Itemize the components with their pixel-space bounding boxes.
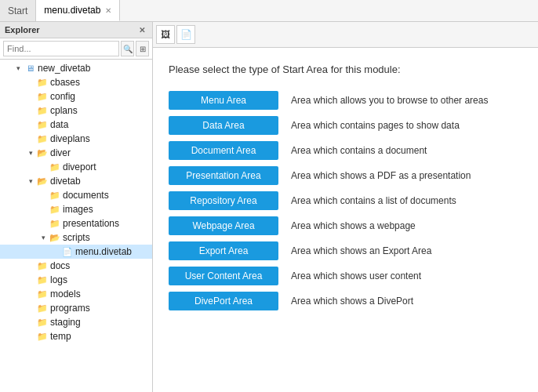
folder-icon-temp: 📁	[36, 330, 49, 343]
folder-icon-diveplans: 📁	[36, 132, 49, 145]
tab-bar: Start menu.divetab ✕	[0, 0, 538, 22]
tree-toggle-diver[interactable]: ▾	[25, 147, 36, 158]
tree-item-scripts[interactable]: ▾ 📂 scripts	[0, 230, 152, 245]
webpage-area-button[interactable]: Webpage Area	[169, 216, 278, 235]
folder-icon-data: 📁	[36, 118, 49, 131]
folder-icon-cbases: 📁	[36, 76, 49, 89]
file-icon-menu-divetab: 📄	[61, 245, 74, 258]
tree-item-divetab[interactable]: ▾ 📂 divetab	[0, 174, 152, 188]
area-row-webpage: Webpage Area Area which shows a webpage	[169, 216, 522, 235]
tree-item-config[interactable]: 📁 config	[0, 89, 152, 103]
diveport-area-desc: Area which shows a DivePort	[291, 296, 413, 307]
tree-item-diveplans[interactable]: 📁 diveplans	[0, 132, 152, 146]
document-area-desc: Area which contains a document	[291, 145, 427, 156]
area-list: Menu Area Area which allows you to brows…	[169, 91, 522, 310]
content-area: 🖼 📄 Please select the type of Start Area…	[153, 22, 538, 392]
export-area-desc: Area which shows an Export Area	[291, 245, 431, 256]
toolbar-icons: 🖼 📄	[156, 25, 195, 44]
repository-area-button[interactable]: Repository Area	[169, 191, 278, 210]
folder-icon-presentations: 📁	[49, 217, 61, 230]
tree-label-diveplans: diveplans	[50, 133, 90, 144]
tree-label-cbases: cbases	[50, 77, 80, 88]
tab-start-label: Start	[8, 5, 27, 16]
search-input[interactable]	[3, 41, 119, 56]
tree-item-cbases[interactable]: 📁 cbases	[0, 75, 152, 89]
export-area-button[interactable]: Export Area	[169, 241, 278, 260]
search-button[interactable]: 🔍	[121, 41, 134, 56]
root-folder-icon: 🖥	[24, 62, 36, 74]
folder-icon-programs: 📁	[36, 302, 49, 314]
tree-item-models[interactable]: 📁 models	[0, 287, 152, 301]
image-toolbar-icon: 🖼	[161, 29, 170, 40]
prompt-text: Please select the type of Start Area for…	[169, 64, 522, 75]
tree-item-docs[interactable]: 📁 docs	[0, 259, 152, 273]
tree-item-root[interactable]: ▾ 🖥 new_divetab	[0, 61, 152, 75]
user-content-area-button[interactable]: User Content Area	[169, 267, 278, 285]
content-toolbar: 🖼 📄	[153, 22, 538, 48]
folder-icon-divetab: 📂	[36, 175, 49, 187]
folder-icon-staging: 📁	[36, 316, 49, 328]
folder-icon-diver: 📂	[36, 147, 49, 159]
area-row-document: Document Area Area which contains a docu…	[169, 141, 522, 160]
presentation-area-desc: Area which shows a PDF as a presentation	[291, 170, 471, 181]
area-row-export: Export Area Area which shows an Export A…	[169, 241, 522, 260]
user-content-area-desc: Area which shows user content	[291, 270, 421, 281]
tree-item-diveport[interactable]: 📁 diveport	[0, 160, 152, 174]
document-area-button[interactable]: Document Area	[169, 141, 278, 160]
tree-item-programs[interactable]: 📁 programs	[0, 301, 152, 315]
tree-label-images: images	[63, 204, 93, 215]
diveport-area-button[interactable]: DivePort Area	[169, 292, 278, 310]
folder-icon-models: 📁	[36, 288, 49, 300]
area-row-user-content: User Content Area Area which shows user …	[169, 267, 522, 285]
main-layout: Explorer ✕ 🔍 ⊞ ▾ 🖥 new_divetab 📁	[0, 22, 538, 392]
tree-label-root: new_divetab	[38, 63, 90, 74]
data-area-desc: Area which contains pages to show data	[291, 120, 460, 131]
tree-label-divetab: divetab	[50, 176, 81, 187]
tree-label-scripts: scripts	[63, 232, 90, 243]
doc-toolbar-icon: 📄	[180, 29, 192, 40]
doc-toolbar-button[interactable]: 📄	[176, 25, 195, 44]
area-row-presentation: Presentation Area Area which shows a PDF…	[169, 166, 522, 185]
tree-label-staging: staging	[50, 317, 81, 328]
tree-item-temp[interactable]: 📁 temp	[0, 329, 152, 343]
tree-label-diveport: diveport	[63, 162, 96, 172]
area-row-data: Data Area Area which contains pages to s…	[169, 116, 522, 135]
tree-label-documents: documents	[63, 190, 109, 201]
tree-item-presentations[interactable]: 📁 presentations	[0, 216, 152, 230]
image-toolbar-button[interactable]: 🖼	[156, 25, 175, 44]
tree-toggle-divetab[interactable]: ▾	[25, 176, 36, 187]
menu-area-button[interactable]: Menu Area	[169, 91, 278, 110]
tree-item-data[interactable]: 📁 data	[0, 118, 152, 132]
search-expand-button[interactable]: ⊞	[136, 41, 149, 56]
tree-item-staging[interactable]: 📁 staging	[0, 315, 152, 329]
repository-area-desc: Area which contains a list of documents	[291, 195, 456, 206]
data-area-button[interactable]: Data Area	[169, 116, 278, 135]
webpage-area-desc: Area which shows a webpage	[291, 220, 416, 231]
tree-toggle-cbases[interactable]	[25, 77, 36, 88]
tree-label-diver: diver	[50, 147, 71, 158]
content-body: Please select the type of Start Area for…	[153, 48, 538, 392]
folder-icon-logs: 📁	[36, 274, 49, 286]
tree-label-data: data	[50, 119, 68, 130]
tree-item-cplans[interactable]: 📁 cplans	[0, 103, 152, 118]
tree-item-menu-divetab-file[interactable]: 📄 menu.divetab	[0, 245, 152, 259]
tree-label-models: models	[50, 289, 81, 299]
tree-toggle-scripts[interactable]: ▾	[38, 232, 49, 243]
tab-menu-divetab-label: menu.divetab	[44, 5, 100, 16]
tree-toggle-root[interactable]: ▾	[13, 63, 24, 74]
tab-start[interactable]: Start	[0, 0, 36, 21]
tree-item-logs[interactable]: 📁 logs	[0, 273, 152, 287]
tree-item-images[interactable]: 📁 images	[0, 202, 152, 216]
tree-item-documents[interactable]: 📁 documents	[0, 188, 152, 202]
tree-label-config: config	[50, 91, 75, 102]
presentation-area-button[interactable]: Presentation Area	[169, 166, 278, 185]
sidebar-header-icons: ✕	[136, 24, 147, 35]
area-row-menu: Menu Area Area which allows you to brows…	[169, 91, 522, 110]
sidebar-close-icon[interactable]: ✕	[136, 24, 147, 35]
tree-label-cplans: cplans	[50, 105, 78, 116]
tab-close-icon[interactable]: ✕	[105, 6, 111, 15]
folder-icon-scripts: 📂	[49, 231, 61, 244]
tab-menu-divetab[interactable]: menu.divetab ✕	[36, 0, 120, 21]
tree-item-diver[interactable]: ▾ 📂 diver	[0, 146, 152, 160]
menu-area-desc: Area which allows you to browse to other…	[291, 95, 488, 106]
